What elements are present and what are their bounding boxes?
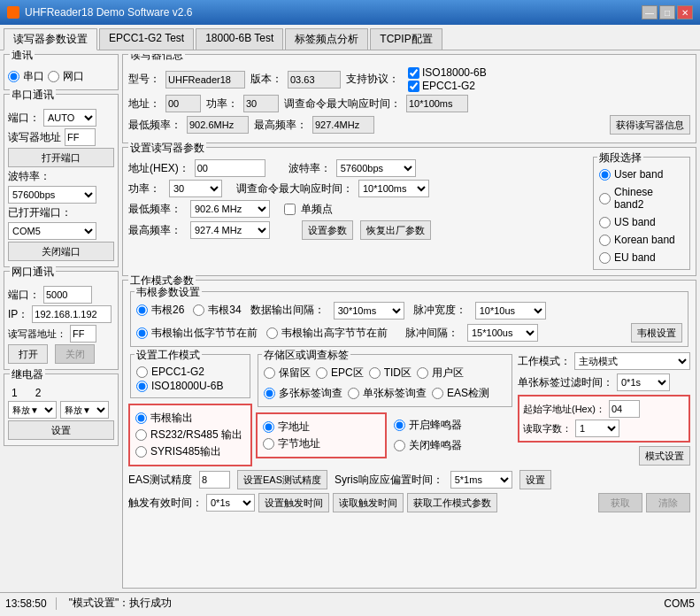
ip-input[interactable] [32, 305, 112, 323]
net-comm-group: 网口通讯 端口： IP： 读写器地址： 打开 关闭 [4, 271, 119, 370]
get-info-button[interactable]: 获得读写器信息 [610, 115, 690, 135]
set-eas-button[interactable]: 设置EAS测试精度 [237, 470, 327, 489]
network-radio[interactable] [48, 71, 59, 82]
tid-radio[interactable] [369, 367, 381, 379]
single-tag-radio[interactable] [348, 388, 359, 399]
wigen26-radio[interactable] [136, 304, 148, 316]
tab-bar: 读写器参数设置 EPCC1-G2 Test 18000-6B Test 标签频点… [0, 25, 700, 50]
multi-tag-radio[interactable] [264, 388, 275, 399]
eas-detect-label: EAS检测 [447, 386, 489, 401]
eas-detect-radio[interactable] [432, 388, 443, 399]
pulse-width-select[interactable]: 10*10us [475, 302, 546, 320]
filter-time-select[interactable]: 0*1s [617, 373, 670, 391]
epcc1-checkbox[interactable] [408, 81, 419, 92]
set-params-button[interactable]: 设置参数 [302, 220, 353, 240]
net-reader-addr-input[interactable] [70, 325, 96, 343]
close-net-button[interactable]: 关闭 [55, 344, 95, 364]
wigen-title: 韦根参数设置 [135, 285, 202, 300]
tab-tcpip[interactable]: TCPIP配置 [370, 28, 442, 50]
open-net-button[interactable]: 打开 [8, 344, 48, 364]
wigen34-radio[interactable] [193, 304, 204, 316]
baudrate-select-2[interactable]: 57600bps [336, 159, 416, 177]
touch-valid-select[interactable]: 0*1s [206, 494, 255, 512]
tag-area-title: 存储区或调查标签 [262, 348, 350, 363]
port-label: 端口： [8, 111, 40, 126]
low-byte-label: 韦根输出低字节节在前 [151, 326, 258, 341]
net-port-label: 端口： [8, 288, 40, 303]
retain-radio[interactable] [264, 367, 275, 379]
set-trigger-button[interactable]: 设置触发时间 [258, 493, 329, 512]
clear-button[interactable]: 清除 [646, 493, 690, 512]
epc-radio[interactable] [316, 367, 327, 379]
relay-set-button[interactable]: 设置 [8, 420, 114, 440]
freq-us-radio[interactable] [599, 217, 611, 228]
data-out-select[interactable]: 30*10ms [334, 302, 404, 320]
freq-cn2-radio[interactable] [599, 193, 611, 204]
freq-kr-radio[interactable] [599, 235, 611, 246]
serial-comm-group: 串口通讯 端口： AUTO 读写器地址 打开端口 波特率： [4, 94, 119, 267]
tab-reader-settings[interactable]: 读写器参数设置 [4, 28, 97, 50]
relay-select-1[interactable]: 释放▼ [8, 401, 57, 419]
network-label: 网口 [63, 69, 84, 84]
min-freq-select[interactable]: 902.6 MHz [190, 200, 270, 218]
syris-resp-select[interactable]: 5*1ms [450, 471, 512, 489]
tab-epcc1g2[interactable]: EPCC1-G2 Test [99, 28, 194, 50]
wigen-output-radio[interactable] [135, 412, 147, 424]
freq-user-radio[interactable] [599, 169, 611, 181]
version-label: 版本： [250, 72, 282, 87]
power-select[interactable]: 30 [169, 180, 222, 197]
wigen-output-label: 韦根输出 [150, 411, 193, 426]
read-trigger-button[interactable]: 读取触发时间 [333, 493, 404, 512]
power-value [243, 95, 279, 112]
addr-value [165, 95, 201, 112]
freq-eu-radio[interactable] [599, 252, 611, 264]
maximize-button[interactable]: □ [659, 5, 675, 19]
wigen-set-button[interactable]: 韦根设置 [631, 323, 682, 343]
opened-port-select[interactable]: COM5 [8, 222, 96, 240]
type-value [165, 71, 245, 89]
restore-button[interactable]: 恢复出厂参数 [360, 220, 431, 240]
word-addr-radio[interactable] [263, 421, 274, 433]
high-byte-label: 韦根输出高字节节在前 [281, 326, 388, 341]
tab-18000-6b[interactable]: 18000-6B Test [196, 28, 283, 50]
reader-addr-input[interactable] [65, 128, 96, 146]
eas-accuracy-input[interactable] [199, 471, 230, 489]
start-addr-label: 起始字地址(Hex)： [523, 403, 605, 416]
query-select[interactable]: 10*100ms [358, 180, 429, 197]
baudrate-select[interactable]: 57600bps [8, 186, 96, 204]
net-port-input[interactable] [43, 286, 92, 304]
rs232-radio[interactable] [135, 429, 147, 441]
iso18000-mode-radio[interactable] [136, 381, 148, 392]
serial-radio[interactable] [8, 71, 19, 82]
close-port-button[interactable]: 关闭端口 [8, 242, 114, 261]
get-button[interactable]: 获取 [598, 493, 642, 512]
max-freq-select[interactable]: 927.4 MHz [190, 221, 270, 239]
pulse-interval-select[interactable]: 15*100us [467, 324, 538, 342]
syris485-radio[interactable] [135, 446, 147, 458]
iso18000-checkbox[interactable] [408, 67, 419, 79]
tab-freq-analysis[interactable]: 标签频点分析 [285, 28, 368, 50]
open-buzzer-radio[interactable] [394, 420, 405, 431]
low-byte-radio[interactable] [136, 327, 148, 339]
epcc1g2-mode-radio[interactable] [136, 366, 148, 378]
port-select[interactable]: AUTO [43, 109, 96, 127]
work-mode-select[interactable]: 主动模式 [574, 352, 690, 370]
single-point-checkbox[interactable] [284, 204, 296, 215]
close-buzzer-radio[interactable] [394, 440, 405, 451]
serial-label: 串口 [23, 69, 44, 84]
start-addr-input[interactable] [609, 400, 640, 418]
serial-comm-title: 串口通讯 [10, 88, 56, 103]
minimize-button[interactable]: — [642, 5, 658, 19]
close-button[interactable]: ✕ [677, 5, 693, 19]
byte-addr-radio[interactable] [263, 438, 274, 450]
open-port-button[interactable]: 打开端口 [8, 148, 114, 167]
relay-select-2[interactable]: 释放▼ [60, 401, 109, 419]
syris-set-button[interactable]: 设置 [519, 470, 551, 489]
user-radio[interactable] [417, 367, 428, 379]
set-baudrate-label: 波特率： [288, 161, 331, 176]
set-addr-input[interactable] [195, 159, 265, 177]
read-count-select[interactable]: 1 [575, 420, 619, 437]
high-byte-radio[interactable] [266, 327, 278, 339]
get-work-mode-button[interactable]: 获取工作模式参数 [407, 493, 497, 512]
mode-settings-button[interactable]: 模式设置 [639, 446, 690, 466]
